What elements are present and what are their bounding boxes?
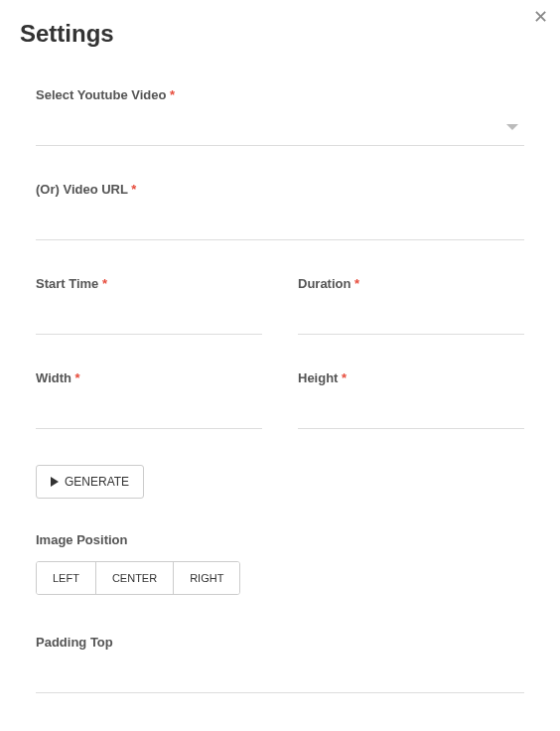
close-button[interactable]: ✕ — [533, 8, 548, 26]
label-text: Width — [36, 370, 71, 385]
field-width: Width * — [36, 370, 262, 429]
padding-top-input[interactable] — [36, 654, 524, 693]
label-text: Select Youtube Video — [36, 87, 166, 102]
field-video-url: (Or) Video URL * — [36, 182, 524, 240]
generate-label: GENERATE — [65, 475, 129, 489]
width-label: Width * — [36, 370, 262, 385]
settings-panel: Settings Select Youtube Video * (Or) Vid… — [0, 0, 560, 731]
image-position-center[interactable]: CENTER — [96, 562, 174, 594]
image-position-group: LEFT CENTER RIGHT — [36, 561, 240, 595]
label-text: Start Time — [36, 276, 98, 291]
select-video-dropdown[interactable] — [36, 106, 524, 146]
label-text: Padding Top — [36, 635, 113, 650]
form-area: Select Youtube Video * (Or) Video URL * … — [20, 87, 540, 731]
field-padding-top: Padding Top — [36, 635, 524, 693]
select-video-label: Select Youtube Video * — [36, 87, 524, 102]
height-label: Height * — [298, 370, 524, 385]
required-star: * — [131, 182, 136, 197]
field-select-video: Select Youtube Video * — [36, 87, 524, 146]
chevron-down-icon — [506, 124, 518, 130]
height-input[interactable] — [298, 389, 524, 429]
required-star: * — [354, 276, 359, 291]
generate-button[interactable]: GENERATE — [36, 465, 144, 499]
field-height: Height * — [298, 370, 524, 429]
padding-top-label: Padding Top — [36, 635, 524, 650]
duration-label: Duration * — [298, 276, 524, 291]
row-time: Start Time * Duration * — [36, 276, 524, 370]
image-position-label: Image Position — [36, 532, 524, 547]
required-star: * — [75, 370, 80, 385]
label-text: Duration — [298, 276, 350, 291]
field-start-time: Start Time * — [36, 276, 262, 335]
label-text: (Or) Video URL — [36, 182, 128, 197]
duration-input[interactable] — [298, 295, 524, 335]
start-time-input[interactable] — [36, 295, 262, 335]
field-duration: Duration * — [298, 276, 524, 335]
page-title: Settings — [20, 20, 540, 48]
close-icon: ✕ — [533, 7, 548, 27]
image-position-left[interactable]: LEFT — [37, 562, 96, 594]
play-icon — [51, 477, 59, 487]
required-star: * — [170, 87, 175, 102]
row-dimensions: Width * Height * — [36, 370, 524, 465]
start-time-label: Start Time * — [36, 276, 262, 291]
width-input[interactable] — [36, 389, 262, 429]
video-url-label: (Or) Video URL * — [36, 182, 524, 197]
label-text: Height — [298, 370, 338, 385]
image-position-section: Image Position LEFT CENTER RIGHT — [36, 532, 524, 635]
image-position-right[interactable]: RIGHT — [174, 562, 239, 594]
video-url-input[interactable] — [36, 201, 524, 240]
required-star: * — [342, 370, 347, 385]
required-star: * — [102, 276, 107, 291]
